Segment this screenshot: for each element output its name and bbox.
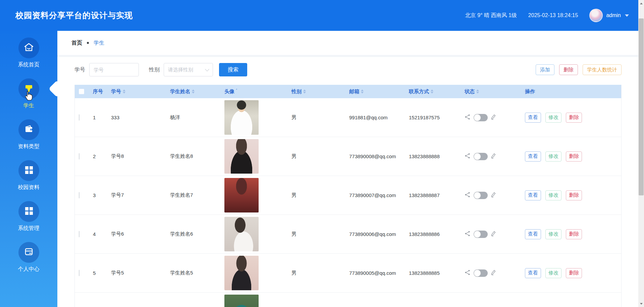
- table-row: 2 学号8 学生姓名8 男 773890008@qq.com 138238888…: [75, 137, 621, 176]
- col-sid: 学号: [109, 88, 168, 95]
- sidebar-item-label: 资料类型: [18, 143, 40, 150]
- cell-name: 学生姓名5: [168, 270, 222, 276]
- scroll-down-arrow[interactable]: [638, 301, 644, 306]
- status-toggle[interactable]: [474, 192, 488, 199]
- table-header-row: 序号 学号 学生姓名 头像′ 性别 邮箱 联系方式 状态 操作: [75, 85, 621, 98]
- username: admin: [606, 12, 621, 18]
- home-icon: [23, 42, 34, 54]
- scroll-up-arrow[interactable]: [638, 1, 644, 6]
- edit-pencil-icon[interactable]: [491, 269, 496, 277]
- cell-sid: 学号6: [109, 231, 168, 237]
- cell-gender: 男: [289, 231, 347, 237]
- delete-button[interactable]: 删除: [559, 64, 578, 75]
- search-button[interactable]: 搜索: [219, 63, 247, 76]
- sidebar-item-label: 系统管理: [18, 225, 40, 232]
- view-button[interactable]: 查看: [525, 113, 541, 123]
- edit-button[interactable]: 修改: [545, 190, 561, 200]
- sort-icon[interactable]: [431, 89, 433, 94]
- share-icon[interactable]: [465, 114, 471, 121]
- row-checkbox[interactable]: [79, 114, 79, 121]
- sort-icon[interactable]: [303, 89, 306, 94]
- top-header: 校园资料分享平台的设计与实现 北京 9° 晴 西南风 1级 2025-02-13…: [0, 0, 638, 31]
- sidebar-item-label: 系统首页: [18, 61, 40, 68]
- gender-select[interactable]: 请选择性别: [164, 63, 213, 76]
- cell-email: 773890006@qq.com: [347, 231, 407, 237]
- edit-pencil-icon[interactable]: [491, 231, 496, 238]
- status-toggle[interactable]: [474, 231, 488, 238]
- row-checkbox[interactable]: [79, 192, 79, 198]
- share-icon[interactable]: [465, 153, 471, 160]
- col-status: 状态: [463, 88, 523, 95]
- breadcrumb-current[interactable]: 学生: [94, 40, 104, 47]
- view-button[interactable]: 查看: [525, 229, 541, 239]
- avatar-photo: [224, 139, 259, 174]
- sidebar-item-home[interactable]: 系统首页: [18, 38, 40, 68]
- view-button[interactable]: 查看: [525, 190, 541, 200]
- cell-phone: 13823888885: [407, 270, 463, 276]
- edit-button[interactable]: 修改: [545, 229, 561, 239]
- chevron-down-icon: [205, 67, 209, 71]
- edit-button[interactable]: 修改: [545, 113, 561, 123]
- cell-phone: 13823888888: [407, 154, 463, 159]
- row-delete-button[interactable]: 删除: [566, 190, 582, 200]
- cell-sid: 333: [109, 115, 168, 120]
- cell-gender: 男: [289, 192, 347, 198]
- cell-name: 学生姓名6: [168, 231, 222, 237]
- page-scrollbar[interactable]: [638, 0, 644, 307]
- status-toggle[interactable]: [474, 114, 488, 121]
- sidebar-item-personal-center[interactable]: 个人中心: [18, 242, 40, 273]
- view-button[interactable]: 查看: [525, 151, 541, 162]
- edit-button[interactable]: 修改: [545, 268, 561, 278]
- cell-sid: 学号7: [109, 192, 168, 198]
- row-delete-button[interactable]: 删除: [566, 229, 582, 239]
- status-toggle[interactable]: [474, 153, 488, 160]
- view-button[interactable]: 查看: [525, 268, 541, 278]
- sort-icon[interactable]: [192, 89, 195, 94]
- edit-pencil-icon[interactable]: [491, 192, 496, 199]
- chevron-down-icon[interactable]: [625, 14, 629, 17]
- sort-icon[interactable]: [476, 89, 479, 94]
- edit-pencil-icon[interactable]: [491, 114, 496, 121]
- row-checkbox[interactable]: [79, 231, 79, 237]
- student-id-input[interactable]: [89, 63, 139, 76]
- weather-text: 北京 9° 晴 西南风 1级: [465, 12, 517, 19]
- cell-name: 学生姓名8: [168, 153, 222, 160]
- sidebar-item-material-type[interactable]: 资料类型: [18, 119, 40, 150]
- status-toggle[interactable]: [474, 269, 488, 277]
- share-icon[interactable]: [465, 231, 471, 238]
- cell-email: 991881@qq.com: [347, 115, 407, 120]
- sort-icon[interactable]: [361, 89, 364, 94]
- search-form: 学号 性别 请选择性别 搜索: [74, 63, 247, 76]
- avatar-photo: [224, 295, 259, 307]
- share-icon[interactable]: [465, 192, 471, 199]
- row-delete-button[interactable]: 删除: [566, 151, 582, 162]
- sidebar-item-campus-material[interactable]: 校园资料: [18, 160, 40, 191]
- edit-pencil-icon[interactable]: [491, 153, 496, 160]
- gender-label: 性别: [149, 66, 160, 73]
- share-icon[interactable]: [465, 269, 471, 277]
- user-menu[interactable]: admin: [589, 9, 629, 22]
- scrollbar-thumb[interactable]: [639, 18, 644, 195]
- edit-button[interactable]: 修改: [545, 151, 561, 162]
- select-all-checkbox[interactable]: [79, 89, 84, 94]
- add-button[interactable]: 添加: [536, 64, 554, 75]
- col-num: 序号: [91, 88, 109, 95]
- row-delete-button[interactable]: 删除: [566, 113, 582, 123]
- cell-email: 773890007@qq.com: [347, 192, 407, 198]
- student-count-stats-button[interactable]: 学生人数统计: [583, 64, 622, 75]
- avatar-photo: [224, 100, 259, 135]
- sort-icon[interactable]: [123, 89, 125, 94]
- col-actions: 操作: [523, 88, 622, 95]
- row-checkbox[interactable]: [79, 270, 79, 276]
- row-checkbox[interactable]: [79, 153, 79, 160]
- user-avatar[interactable]: [589, 9, 603, 22]
- student-id-label: 学号: [74, 66, 85, 73]
- cell-num: 1: [91, 115, 109, 120]
- row-delete-button[interactable]: 删除: [566, 268, 582, 278]
- sidebar-item-label: 学生: [23, 102, 34, 109]
- breadcrumb-home[interactable]: 首页: [71, 40, 82, 47]
- idcard-icon: [23, 246, 34, 258]
- avatar-photo: [224, 178, 259, 212]
- sidebar-item-system-admin[interactable]: 系统管理: [18, 201, 40, 232]
- sort-icon[interactable]: ′: [236, 88, 237, 92]
